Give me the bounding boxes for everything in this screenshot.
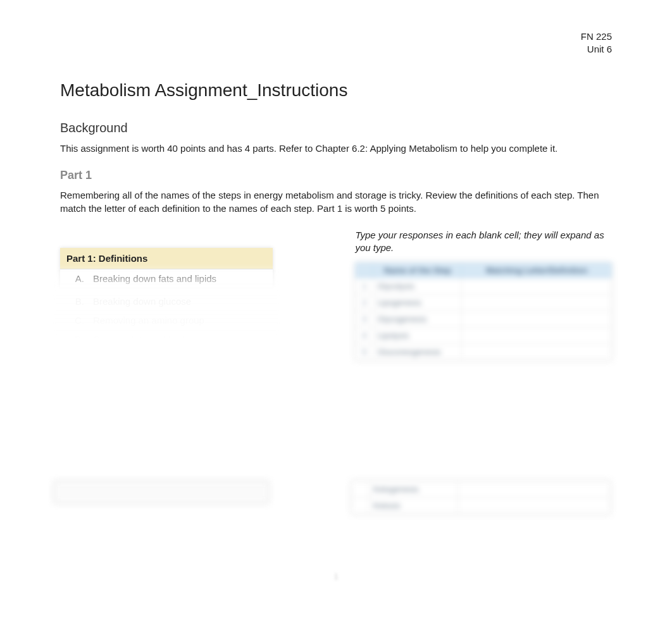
definition-text: Breaking down glucose (88, 292, 273, 311)
background-heading: Background (60, 121, 612, 135)
definition-row: C. Removing an amino group (60, 310, 273, 329)
definition-letter: C. (60, 310, 88, 329)
part1-heading: Part 1 (60, 169, 612, 182)
definitions-table: Part 1: Definitions A. Breaking down fat… (60, 248, 273, 386)
response-name: Lipolysis (373, 327, 462, 343)
response-name: Glycogenesis (373, 310, 462, 327)
definition-letter: D. (60, 329, 88, 348)
definition-row: F. Creating new glucose (60, 367, 273, 386)
definition-text: Removing an amino group (88, 310, 273, 329)
response-row: 3 Glycogenesis (356, 310, 612, 327)
response-answer-cell[interactable] (462, 310, 612, 327)
response-num: 3 (356, 310, 373, 327)
page-number: 1 (0, 572, 672, 581)
response-row: 1 Glycolysis (356, 278, 612, 294)
response-name: Gluconeogenesis (373, 343, 462, 360)
definition-letter: E. (60, 348, 88, 367)
response-row: 5 Gluconeogenesis (356, 343, 612, 360)
background-text: This assignment is worth 40 points and h… (60, 142, 612, 155)
definition-text: Creating fats and lipids (88, 329, 273, 348)
response-num: 5 (356, 343, 373, 360)
resp-col-match: Matching Letter/Definition (462, 262, 612, 278)
resp-col-name: Name of the Step (373, 262, 462, 278)
bottom-fragments: Ketogenesis Ketosis (54, 481, 618, 514)
part1-text: Remembering all of the names of the step… (60, 188, 612, 215)
unit-label: Unit 6 (60, 43, 612, 56)
response-num: 2 (356, 294, 373, 310)
definition-letter: F. (60, 367, 88, 386)
response-answer-cell[interactable] (462, 327, 612, 343)
response-name: Lipogenesis (373, 294, 462, 310)
response-num: 4 (356, 327, 373, 343)
definition-letter: A. (60, 269, 88, 288)
response-num (352, 498, 370, 514)
definitions-header: Part 1: Definitions (60, 248, 273, 269)
header-meta: FN 225 Unit 6 (60, 30, 612, 55)
response-name: Glycolysis (373, 278, 462, 294)
definition-text: Creating new glucose (88, 367, 273, 386)
response-answer-cell[interactable] (462, 294, 612, 310)
response-table: Name of the Step Matching Letter/Definit… (355, 262, 612, 360)
definition-row: D. Creating fats and lipids (60, 329, 273, 348)
definition-letter: B. (60, 292, 88, 311)
course-code: FN 225 (60, 30, 612, 43)
response-answer-cell[interactable] (458, 498, 611, 514)
response-table-blurred: Name of the Step Matching Letter/Definit… (355, 262, 612, 360)
definition-row: B. Breaking down glucose (60, 292, 273, 311)
part1-instruction: Type your responses in each blank cell; … (355, 229, 612, 255)
response-row: Ketogenesis (352, 481, 611, 498)
response-answer-cell[interactable] (462, 278, 612, 294)
definition-row: A. Breaking down fats and lipids (60, 269, 273, 288)
definition-text: Breaking down glycogen to glucose (88, 348, 273, 367)
page-title: Metabolism Assignment_Instructions (60, 80, 612, 101)
response-num: 1 (356, 278, 373, 294)
response-row: 4 Lipolysis (356, 327, 612, 343)
resp-col-blank (356, 262, 373, 278)
response-row: 2 Lipogenesis (356, 294, 612, 310)
response-name: Ketogenesis (370, 481, 458, 498)
fragment-response-table: Ketogenesis Ketosis (351, 481, 611, 514)
response-row: Ketosis (352, 498, 611, 514)
fragment-box-left (54, 481, 269, 503)
response-num (352, 481, 370, 498)
response-answer-cell[interactable] (458, 481, 611, 498)
definition-text: Breaking down fats and lipids (88, 269, 273, 288)
response-name: Ketosis (370, 498, 458, 514)
definition-row: E. Breaking down glycogen to glucose (60, 348, 273, 367)
response-answer-cell[interactable] (462, 343, 612, 360)
